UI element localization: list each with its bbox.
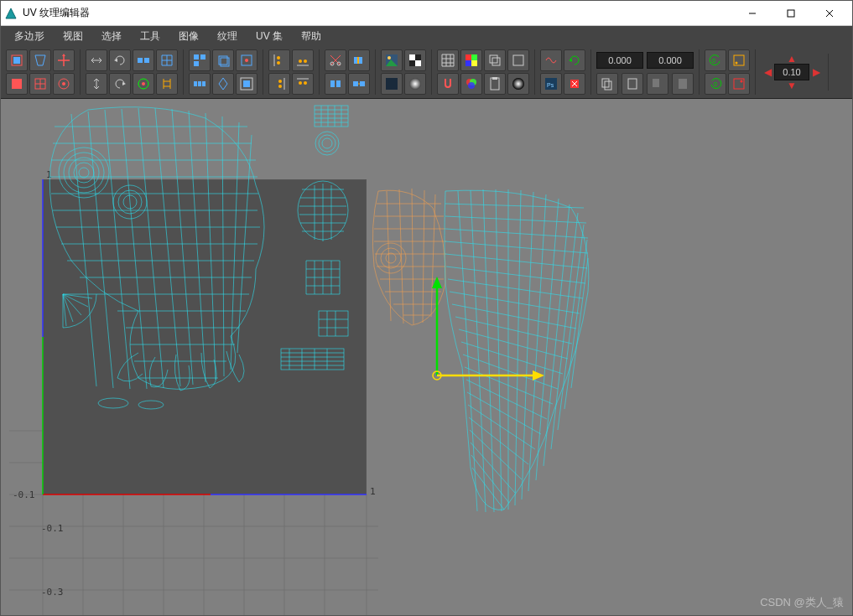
select-shell-icon[interactable] [6, 49, 28, 71]
grid-icon[interactable] [437, 49, 459, 71]
split-uv-icon[interactable] [325, 73, 346, 95]
grid-snap-icon[interactable] [156, 49, 178, 71]
svg-rect-45 [330, 80, 335, 87]
align-min-v-icon[interactable] [292, 49, 314, 71]
dim-image-icon[interactable] [381, 73, 403, 95]
refresh-icon[interactable] [564, 49, 585, 71]
copy-opt-icon[interactable] [647, 73, 668, 95]
rotate-ccw-icon[interactable] [109, 49, 131, 71]
shaded-icon[interactable] [404, 73, 426, 95]
align-max-v-icon[interactable] [292, 73, 314, 95]
checker-icon[interactable] [404, 49, 426, 71]
spinner-up-icon[interactable]: ▲ [785, 54, 798, 64]
minimize-button[interactable] [733, 2, 772, 25]
svg-point-35 [278, 80, 282, 83]
snap-icon[interactable] [437, 73, 459, 95]
spinner-input[interactable] [774, 64, 809, 80]
menu-select[interactable]: 选择 [93, 28, 130, 45]
nudge-max-icon[interactable] [728, 73, 750, 95]
grid-label-left: -0.1 [13, 489, 35, 500]
distortion-icon[interactable] [540, 49, 562, 71]
orient-icon[interactable] [212, 73, 234, 95]
menu-polygons[interactable]: 多边形 [6, 28, 53, 45]
delete-uv-icon[interactable] [564, 73, 585, 95]
svg-rect-21 [194, 61, 199, 66]
copy-uv-icon[interactable] [484, 49, 506, 71]
snap-uv-icon[interactable] [236, 49, 257, 71]
svg-rect-82 [653, 79, 659, 87]
layout-icon[interactable] [189, 49, 211, 71]
menu-texture[interactable]: 纹理 [209, 28, 246, 45]
center-pivot-icon[interactable] [133, 73, 154, 95]
svg-point-87 [736, 62, 738, 65]
normalize-icon[interactable] [236, 73, 257, 95]
spinner-right-icon[interactable]: ▶ [809, 64, 823, 80]
align-min-u-icon[interactable] [268, 49, 290, 71]
stack-icon[interactable] [212, 49, 234, 71]
svg-point-42 [304, 81, 307, 85]
menu-help[interactable]: 帮助 [293, 28, 330, 45]
flip-v-icon[interactable] [86, 73, 107, 95]
lattice-icon[interactable] [29, 73, 51, 95]
cut-uv-icon[interactable] [325, 49, 346, 71]
svg-rect-70 [492, 58, 500, 65]
move-sew-icon[interactable] [348, 73, 370, 95]
svg-point-112 [69, 158, 99, 188]
tool-group-display [381, 49, 432, 95]
coord-v-input[interactable] [647, 52, 694, 69]
copy-icon[interactable] [596, 73, 618, 95]
svg-rect-20 [200, 54, 205, 60]
rotate-cw-icon[interactable] [109, 73, 131, 95]
svg-point-114 [79, 168, 89, 178]
move-tool-icon[interactable] [53, 49, 75, 71]
svg-rect-51 [360, 81, 365, 86]
flip-u-icon[interactable] [86, 49, 107, 71]
alpha-icon[interactable] [507, 73, 529, 95]
tool-group-nudge: 0 0 [705, 49, 756, 95]
svg-point-53 [387, 56, 391, 60]
svg-point-39 [304, 60, 307, 63]
uv-viewport[interactable]: 1 1 -0.1 -0.1 -0.3 [1, 99, 852, 615]
menu-image[interactable]: 图像 [170, 28, 207, 45]
menu-uvset[interactable]: UV 集 [247, 28, 291, 45]
unfold-icon[interactable] [29, 49, 51, 71]
sew-icon[interactable] [156, 73, 178, 95]
layout-u-icon[interactable] [189, 73, 211, 95]
menu-view[interactable]: 视图 [55, 28, 91, 45]
svg-rect-24 [202, 81, 205, 86]
paste-opt-icon[interactable] [672, 73, 694, 95]
sew-uv-icon[interactable] [348, 49, 370, 71]
svg-rect-50 [353, 81, 358, 86]
tool-group-align [268, 49, 320, 95]
image-icon[interactable] [381, 49, 403, 71]
color-checker-icon[interactable] [460, 49, 482, 71]
nudge-min-icon[interactable] [728, 49, 750, 71]
psd-icon[interactable]: Ps [540, 73, 562, 95]
select-face-icon[interactable] [6, 73, 28, 95]
paste-icon[interactable] [622, 73, 643, 95]
maximize-button[interactable] [772, 2, 810, 25]
svg-point-41 [299, 81, 302, 85]
snap-together-icon[interactable] [133, 49, 154, 71]
coord-u-input[interactable] [596, 52, 643, 69]
titlebar: UV 纹理编辑器 [1, 1, 852, 26]
svg-rect-46 [336, 80, 341, 87]
smudge-tool-icon[interactable] [53, 73, 75, 95]
close-button[interactable] [810, 2, 849, 25]
rgb-icon[interactable] [460, 73, 482, 95]
svg-point-28 [245, 59, 248, 62]
svg-point-38 [299, 60, 302, 63]
nudge-cw-icon[interactable]: 0 [705, 73, 726, 95]
spinner-left-icon[interactable]: ◀ [761, 64, 774, 80]
svg-rect-58 [415, 54, 421, 60]
paste-uv-icon[interactable] [484, 73, 506, 95]
svg-rect-80 [605, 81, 611, 90]
svg-rect-65 [471, 60, 477, 66]
nudge-ccw-icon[interactable]: 0 [705, 49, 726, 71]
spinner-down-icon[interactable]: ▼ [785, 80, 798, 91]
svg-point-126 [138, 401, 164, 409]
align-max-u-icon[interactable] [268, 73, 290, 95]
svg-rect-60 [415, 60, 421, 66]
isolate-icon[interactable] [507, 49, 529, 71]
menu-tools[interactable]: 工具 [132, 28, 169, 45]
